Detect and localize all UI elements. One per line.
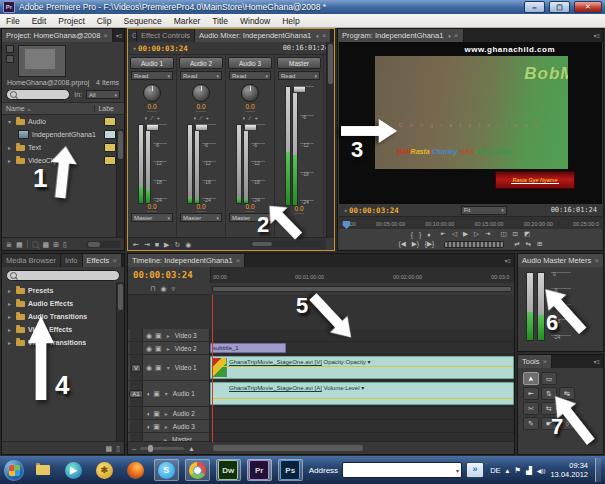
taskbar-photoshop[interactable]: Ps: [278, 459, 303, 481]
mute-icon[interactable]: ◖: [193, 115, 197, 121]
track-lock-icon[interactable]: ▣: [153, 410, 160, 417]
project-vertical-scrollbar[interactable]: [116, 129, 124, 237]
chevron-down-icon[interactable]: ▾: [456, 467, 459, 474]
trim-monitor-icon[interactable]: ⊞: [537, 240, 542, 248]
track-content-audio1[interactable]: GhanaTripMovie_StageOne.avi [A] Volume:L…: [210, 381, 514, 407]
automation-dropdown[interactable]: Read▾: [180, 71, 222, 80]
tab-effect-controls[interactable]: Effect Controls: [137, 29, 195, 42]
tab-close-icon[interactable]: ×: [112, 256, 117, 265]
twirl-icon[interactable]: ▸: [6, 287, 13, 294]
track-lock-icon[interactable]: ▣: [153, 423, 160, 430]
export-frame-icon[interactable]: ◫: [500, 230, 506, 238]
mute-icon[interactable]: ◖: [144, 115, 148, 121]
set-in-point-icon[interactable]: {: [411, 231, 413, 238]
track-lock-icon[interactable]: ▣: [155, 364, 162, 371]
tab-media-browser[interactable]: Media Browser: [2, 254, 61, 267]
zoom-level-dropdown[interactable]: Fit ▾: [461, 206, 507, 215]
twirl-icon[interactable]: ▾: [163, 390, 170, 397]
tab-close-icon[interactable]: ×: [543, 357, 548, 366]
effects-vertical-scrollbar[interactable]: [116, 282, 124, 441]
zoom-slider[interactable]: [140, 447, 184, 450]
track-content-video3[interactable]: [210, 329, 514, 342]
rolling-edit-tool[interactable]: ⇅: [541, 387, 557, 400]
track-header-audio1[interactable]: A1 ◖ ▣ ▾ Audio 1: [128, 381, 210, 407]
taskbar-utility[interactable]: ✱: [92, 459, 117, 481]
action-center-flag-icon[interactable]: ⚑: [514, 466, 521, 475]
twirl-icon[interactable]: ▸: [6, 157, 13, 164]
clip-video1[interactable]: GhanaTripMovie_StageOne.avi [V] Opacity:…: [210, 356, 514, 379]
play-in-to-out-icon[interactable]: {▶}: [425, 240, 434, 248]
tab-tools[interactable]: Tools ×: [518, 355, 552, 368]
pan-value[interactable]: 0.0: [196, 103, 205, 112]
jog-shuttle-control[interactable]: [444, 241, 504, 248]
twirl-icon[interactable]: ▸: [163, 410, 170, 417]
set-out-point-icon[interactable]: }: [419, 231, 421, 238]
zoom-in-icon[interactable]: ▲: [188, 445, 195, 452]
toggle-track-output-icon[interactable]: ◖: [146, 423, 150, 430]
tab-timeline[interactable]: Timeline: IndependentGhana1 ×: [128, 254, 245, 267]
network-icon[interactable]: ▟: [526, 466, 532, 475]
twirl-icon[interactable]: ▸: [165, 332, 172, 339]
track-content-video1[interactable]: GhanaTripMovie_StageOne.avi [V] Opacity:…: [210, 355, 514, 381]
level-value[interactable]: 0.0: [147, 203, 156, 212]
clip-param[interactable]: Opacity:Opacity ▾: [324, 359, 371, 365]
step-back-icon[interactable]: ◁: [452, 230, 457, 238]
pen-tool[interactable]: ✎: [523, 417, 539, 430]
fader[interactable]: 0-6-12-18-24: [138, 124, 167, 202]
automation-write-icon[interactable]: +: [206, 115, 210, 121]
delete-icon[interactable]: ▯: [116, 445, 120, 452]
master-fader[interactable]: 0-6-12-18-24: [285, 86, 314, 204]
output-dropdown[interactable]: Master▾: [131, 213, 173, 222]
play-icon[interactable]: ▶: [164, 241, 169, 248]
panel-menu-icon[interactable]: ▾≡: [590, 355, 603, 368]
tab-audio-master-meters[interactable]: Audio Master Meters ×: [518, 254, 603, 267]
panel-menu-icon[interactable]: ▾≡: [113, 29, 124, 42]
automation-dropdown[interactable]: Read▾: [278, 71, 320, 80]
selection-tool[interactable]: ➤: [523, 372, 539, 385]
icon-view-icon[interactable]: ▦: [16, 241, 23, 248]
output-dropdown[interactable]: Master▾: [180, 213, 222, 222]
tab-program[interactable]: Program: IndependentGhana1 ▾ ×: [338, 29, 464, 42]
taskbar-media-player[interactable]: ▶: [61, 459, 86, 481]
label-chip[interactable]: [104, 143, 116, 152]
taskbar-clock[interactable]: 09:34 13.04.2012: [550, 461, 588, 480]
trim-icon[interactable]: ⇆: [526, 240, 531, 248]
pan-knob[interactable]: [143, 84, 161, 102]
fader[interactable]: 0-6-12-18-24: [187, 124, 216, 202]
track-lock-icon[interactable]: ▣: [155, 345, 162, 352]
safe-margins-icon[interactable]: ⊡: [513, 230, 518, 238]
pan-knob[interactable]: [192, 84, 210, 102]
column-name[interactable]: Name: [6, 105, 25, 112]
track-header-video3[interactable]: ◉ ▣ ▸ Video 3: [128, 329, 210, 342]
rate-stretch-tool[interactable]: ↹: [559, 387, 575, 400]
zoom-tool[interactable]: ○: [559, 417, 575, 430]
twirl-icon[interactable]: ▸: [165, 345, 172, 352]
track-lock-icon[interactable]: ▣: [153, 390, 160, 397]
go-to-in-icon[interactable]: ⇤: [441, 230, 446, 238]
twirl-icon[interactable]: ▸: [163, 423, 170, 430]
zoom-out-icon[interactable]: ‒: [132, 445, 136, 452]
loop-icon[interactable]: ⇄: [514, 240, 519, 248]
timeline-horizontal-scrollbar[interactable]: [213, 445, 363, 451]
level-value[interactable]: 0.0: [245, 203, 254, 212]
menu-window[interactable]: Window: [234, 16, 276, 26]
snap-icon[interactable]: ⊓: [150, 285, 155, 292]
opacity-rubber-band[interactable]: [211, 366, 513, 367]
list-item-audio[interactable]: ▾ Audio: [2, 115, 124, 128]
find-icon[interactable]: [32, 241, 39, 248]
channel-name-button[interactable]: Audio 1: [130, 57, 174, 69]
track-header-audio2[interactable]: ◖ ▣ ▸ Audio 2: [128, 407, 210, 420]
new-bin-icon[interactable]: ▩: [43, 241, 50, 248]
twirl-icon[interactable]: ▸: [6, 300, 13, 307]
toggle-track-output-icon[interactable]: ◉: [146, 332, 152, 339]
address-go-button[interactable]: »: [466, 462, 484, 478]
tab-close-icon[interactable]: ×: [454, 31, 459, 40]
source-patch-audio[interactable]: A1: [129, 390, 142, 398]
address-input[interactable]: ▾: [342, 462, 462, 478]
tab-info[interactable]: Info: [61, 254, 83, 267]
menu-sequence[interactable]: Sequence: [117, 16, 167, 26]
toggle-track-output-icon[interactable]: ◖: [146, 410, 150, 417]
panel-menu-icon[interactable]: ▾≡: [331, 29, 334, 42]
twirl-icon[interactable]: ▾: [165, 364, 172, 371]
menu-clip[interactable]: Clip: [91, 16, 118, 26]
